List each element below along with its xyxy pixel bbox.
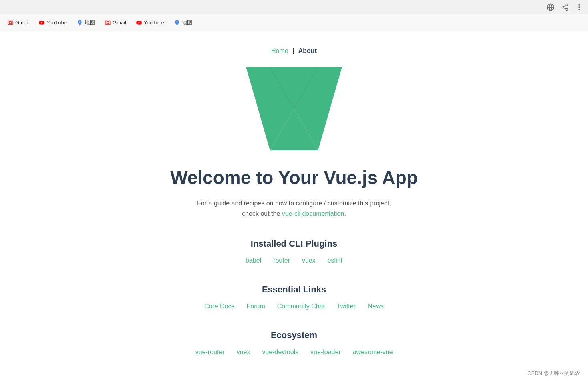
link-vuex-eco[interactable]: vuex xyxy=(237,349,250,356)
description-middle: check out the xyxy=(242,210,280,217)
nav-home-link[interactable]: Home xyxy=(271,47,288,54)
plugin-router-link[interactable]: router xyxy=(273,257,290,264)
browser-top-bar xyxy=(0,0,588,14)
link-twitter[interactable]: Twitter xyxy=(337,303,356,310)
essential-links-title: Essential Links xyxy=(0,284,588,295)
ecosystem-links-row: vue-router vuex vue-devtools vue-loader … xyxy=(0,349,588,356)
bookmark-maps-1[interactable]: 地图 xyxy=(72,18,99,28)
link-vue-loader[interactable]: vue-loader xyxy=(310,349,341,356)
description-prefix: For a guide and recipes on how to config… xyxy=(197,200,391,207)
gmail-icon-2 xyxy=(105,20,111,26)
bookmarks-bar: Gmail YouTube 地图 Gmail YouTube 地图 xyxy=(0,14,588,31)
link-vue-devtools[interactable]: vue-devtools xyxy=(262,349,298,356)
link-vue-router[interactable]: vue-router xyxy=(195,349,225,356)
link-awesome-vue[interactable]: awesome-vue xyxy=(353,349,393,356)
description-suffix: . xyxy=(344,210,346,217)
bookmark-youtube-1-label: YouTube xyxy=(46,20,67,26)
share-icon[interactable] xyxy=(561,3,569,11)
youtube-icon-2 xyxy=(136,20,142,26)
maps-icon-1 xyxy=(77,20,83,26)
bookmark-gmail-1-label: Gmail xyxy=(15,20,29,26)
bookmark-maps-2[interactable]: 地图 xyxy=(170,18,196,28)
main-content: Home | About Welcome to Your Vue.js App … xyxy=(0,31,588,381)
svg-point-4 xyxy=(566,8,568,10)
svg-line-5 xyxy=(564,8,566,9)
welcome-title: Welcome to Your Vue.js App xyxy=(0,167,588,188)
nav-separator: | xyxy=(292,47,294,54)
bookmark-maps-1-label: 地图 xyxy=(85,19,95,26)
svg-point-2 xyxy=(566,4,568,6)
plugin-babel-link[interactable]: babel xyxy=(246,257,261,264)
bookmark-gmail-2[interactable]: Gmail xyxy=(101,18,130,28)
svg-point-3 xyxy=(562,6,564,8)
svg-point-7 xyxy=(579,4,580,5)
bookmark-youtube-1[interactable]: YouTube xyxy=(34,18,71,28)
vue-logo xyxy=(246,67,342,151)
bookmark-maps-2-label: 地图 xyxy=(182,19,192,26)
svg-line-6 xyxy=(564,5,566,6)
link-community-chat[interactable]: Community Chat xyxy=(277,303,325,310)
bookmark-gmail-1[interactable]: Gmail xyxy=(3,18,33,28)
essential-links-row: Core Docs Forum Community Chat Twitter N… xyxy=(0,303,588,310)
vue-cli-docs-link[interactable]: vue-cli documentation xyxy=(282,210,344,217)
more-icon[interactable] xyxy=(575,3,583,11)
maps-icon-2 xyxy=(174,20,180,26)
link-core-docs[interactable]: Core Docs xyxy=(204,303,235,310)
translate-icon[interactable] xyxy=(546,3,554,11)
nav-links: Home | About xyxy=(0,47,588,55)
csdn-watermark: CSDN @天秤座的码农 xyxy=(527,370,580,377)
bookmark-gmail-2-label: Gmail xyxy=(113,20,126,26)
ecosystem-title: Ecosystem xyxy=(0,330,588,340)
svg-point-9 xyxy=(579,9,580,10)
plugin-eslint-link[interactable]: eslint xyxy=(328,257,342,264)
description: For a guide and recipes on how to config… xyxy=(0,198,588,219)
gmail-icon xyxy=(7,20,14,26)
plugin-vuex-link[interactable]: vuex xyxy=(302,257,316,264)
cli-plugins-title: Installed CLI Plugins xyxy=(0,239,588,249)
bookmark-youtube-2[interactable]: YouTube xyxy=(132,18,168,28)
link-news[interactable]: News xyxy=(368,303,384,310)
cli-plugins-links: babel router vuex eslint xyxy=(0,257,588,264)
youtube-icon-1 xyxy=(38,20,45,26)
link-forum[interactable]: Forum xyxy=(247,303,265,310)
nav-about-link[interactable]: About xyxy=(298,47,317,54)
bookmark-youtube-2-label: YouTube xyxy=(144,20,164,26)
svg-point-8 xyxy=(579,7,580,8)
